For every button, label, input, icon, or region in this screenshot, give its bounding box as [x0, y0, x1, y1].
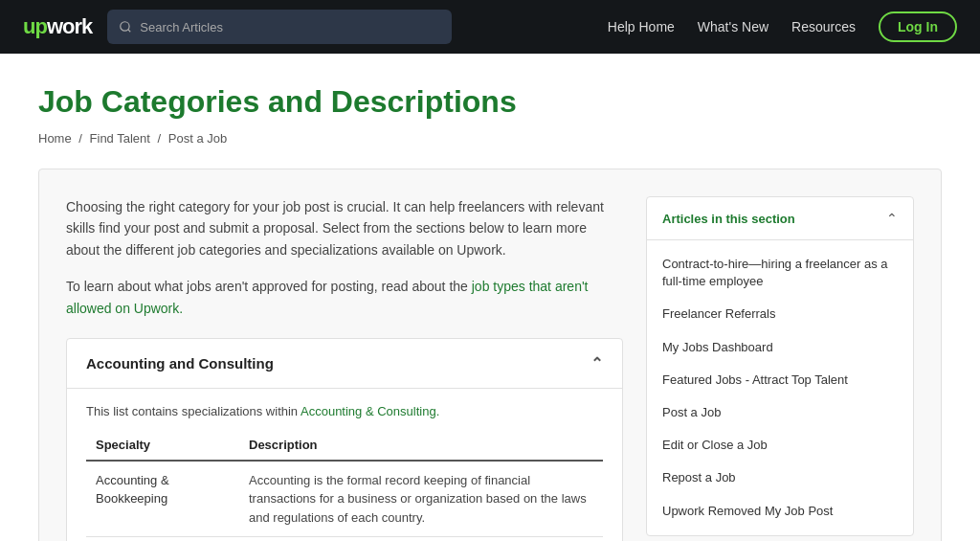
intro-paragraph-1: Choosing the right category for your job…	[66, 196, 623, 260]
search-bar[interactable]	[107, 10, 452, 44]
accordion-body: This list contains specializations withi…	[67, 389, 622, 541]
col-specialty: Specialty	[86, 430, 239, 461]
sidebar-item[interactable]: Post a Job	[647, 396, 913, 429]
left-content: Choosing the right category for your job…	[66, 196, 623, 541]
accordion: Accounting and Consulting ⌃ This list co…	[66, 338, 623, 541]
sidebar-item[interactable]: Upwork Removed My Job Post	[647, 495, 913, 528]
header: upwork Help Home What's New Resources Lo…	[0, 0, 980, 54]
sidebar-items-list: Contract-to-hire—hiring a freelancer as …	[647, 240, 913, 535]
cell-specialty: Accounting & Bookkeeping	[86, 461, 239, 537]
cell-description: Bookkeeping is the activity of tracking …	[239, 537, 603, 541]
cell-description: Accounting is the formal record keeping …	[239, 461, 603, 537]
sidebar-item[interactable]: Featured Jobs - Attract Top Talent	[647, 364, 913, 396]
specialties-table: Specialty Description Accounting & Bookk…	[86, 430, 603, 541]
sidebar-item[interactable]: My Jobs Dashboard	[647, 331, 913, 364]
breadcrumb-post-job[interactable]: Post a Job	[168, 131, 227, 146]
search-input[interactable]	[140, 20, 440, 34]
table-header-row: Specialty Description	[86, 430, 603, 461]
nav-links: Help Home What's New Resources Log In	[608, 11, 957, 42]
table-row: Financial PlanningBookkeeping is the act…	[86, 537, 603, 541]
svg-line-1	[128, 30, 131, 33]
accounting-link[interactable]: Accounting & Consulting.	[301, 404, 439, 418]
cell-specialty: Financial Planning	[86, 537, 239, 541]
nav-help-home[interactable]: Help Home	[608, 19, 675, 34]
table-row: Accounting & BookkeepingAccounting is th…	[86, 461, 603, 537]
table-wrapper: Specialty Description Accounting & Bookk…	[86, 430, 603, 541]
col-description: Description	[239, 430, 603, 461]
page-title: Job Categories and Descriptions	[38, 84, 942, 120]
chevron-up-icon: ⌃	[590, 354, 603, 372]
right-sidebar: Articles in this section ⌃ Contract-to-h…	[646, 196, 914, 541]
chevron-up-icon-sidebar: ⌃	[886, 211, 898, 226]
nav-resources[interactable]: Resources	[791, 19, 856, 34]
sidebar-item[interactable]: Edit or Close a Job	[647, 429, 913, 462]
sidebar-articles-header[interactable]: Articles in this section ⌃	[647, 197, 913, 240]
sidebar-item[interactable]: Freelancer Referrals	[647, 298, 913, 330]
page-content: Job Categories and Descriptions Home / F…	[0, 54, 980, 541]
sidebar-item[interactable]: Repost a Job	[647, 462, 913, 494]
search-icon	[119, 20, 132, 34]
accordion-title: Accounting and Consulting	[86, 355, 274, 372]
accordion-header[interactable]: Accounting and Consulting ⌃	[67, 339, 622, 389]
list-intro: This list contains specializations withi…	[86, 404, 603, 418]
breadcrumb-find-talent[interactable]: Find Talent	[90, 131, 150, 146]
svg-point-0	[121, 22, 129, 31]
nav-whats-new[interactable]: What's New	[698, 19, 768, 34]
sidebar-section-articles: Articles in this section ⌃ Contract-to-h…	[646, 196, 914, 536]
logo: upwork	[23, 14, 92, 39]
sidebar-item[interactable]: Contract-to-hire—hiring a freelancer as …	[647, 248, 913, 298]
breadcrumb-home[interactable]: Home	[38, 131, 72, 146]
login-button[interactable]: Log In	[879, 11, 957, 42]
breadcrumb: Home / Find Talent / Post a Job	[38, 131, 942, 146]
intro-paragraph-2: To learn about what jobs aren't approved…	[66, 276, 623, 319]
sidebar-articles-title: Articles in this section	[662, 212, 795, 226]
main-layout: Choosing the right category for your job…	[38, 169, 942, 541]
